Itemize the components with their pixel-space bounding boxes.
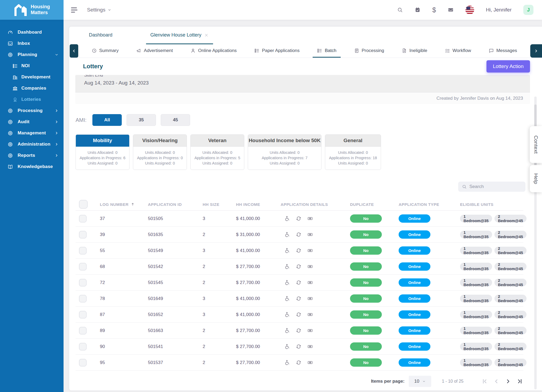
tab-batch[interactable]: Batch bbox=[313, 44, 340, 58]
tab-glenview-house-lottery[interactable]: Glenview House Lottery bbox=[146, 27, 213, 44]
row-checkbox[interactable] bbox=[79, 247, 87, 254]
sidebar-item-audit[interactable]: Audit bbox=[0, 116, 64, 127]
next-page-button[interactable] bbox=[505, 378, 512, 385]
sync-icon[interactable] bbox=[296, 264, 301, 269]
select-all-checkbox[interactable] bbox=[79, 200, 88, 209]
column-header-application-id[interactable]: APPLICATION ID bbox=[144, 202, 199, 207]
wheelchair-icon[interactable] bbox=[284, 280, 290, 285]
category-card-header[interactable]: Veteran bbox=[191, 135, 244, 147]
ami-option-all[interactable]: All bbox=[92, 114, 122, 126]
tab-dashboard[interactable]: Dashboard bbox=[85, 27, 117, 44]
row-checkbox[interactable] bbox=[79, 231, 87, 238]
wheelchair-icon[interactable] bbox=[284, 296, 290, 301]
banknote-icon[interactable] bbox=[307, 344, 313, 349]
wheelchair-icon[interactable] bbox=[284, 344, 290, 349]
banknote-icon[interactable] bbox=[307, 296, 313, 301]
category-card-header[interactable]: Mobility bbox=[76, 135, 129, 147]
row-checkbox[interactable] bbox=[79, 295, 87, 302]
sidebar-item-development[interactable]: Development bbox=[0, 71, 64, 83]
settings-menu[interactable]: Settings bbox=[87, 7, 112, 13]
avatar[interactable]: J bbox=[523, 5, 533, 15]
scroll-tabs-right-button[interactable] bbox=[530, 44, 542, 58]
banknote-icon[interactable] bbox=[307, 232, 313, 237]
banknote-icon[interactable] bbox=[307, 328, 313, 333]
help-side-tab[interactable]: Help bbox=[530, 165, 542, 192]
banknote-icon[interactable] bbox=[307, 248, 313, 253]
sidebar-item-processing[interactable]: Processing bbox=[0, 105, 64, 116]
dollar-icon[interactable]: $ bbox=[432, 7, 436, 13]
sync-icon[interactable] bbox=[296, 216, 301, 221]
row-checkbox[interactable] bbox=[79, 263, 87, 270]
banknote-icon[interactable] bbox=[307, 280, 313, 285]
tab-advertisement[interactable]: Advertisement bbox=[132, 44, 177, 58]
close-tab-icon[interactable] bbox=[204, 33, 209, 38]
row-checkbox[interactable] bbox=[79, 327, 87, 334]
row-checkbox[interactable] bbox=[79, 343, 87, 350]
wheelchair-icon[interactable] bbox=[284, 328, 290, 333]
column-header-eligible-units[interactable]: ELIGIBLE UNITS bbox=[457, 202, 523, 207]
wheelchair-icon[interactable] bbox=[284, 248, 290, 253]
us-flag-icon[interactable] bbox=[465, 6, 474, 14]
sync-icon[interactable] bbox=[296, 344, 301, 349]
context-side-tab[interactable]: Context bbox=[530, 126, 542, 163]
ami-option-35[interactable]: 35 bbox=[127, 114, 156, 126]
sidebar-item-dashboard[interactable]: Dashboard bbox=[0, 27, 64, 38]
brand-logo[interactable]: Housing Matters bbox=[0, 0, 64, 20]
row-checkbox[interactable] bbox=[79, 359, 87, 366]
sidebar-item-knowledgebase[interactable]: Knowledgebase bbox=[0, 161, 64, 172]
scroll-tabs-left-button[interactable] bbox=[70, 44, 78, 58]
tab-ineligible[interactable]: Ineligible bbox=[397, 44, 431, 58]
banknote-icon[interactable] bbox=[307, 264, 313, 269]
column-header-log-number[interactable]: LOG NUMBER bbox=[96, 202, 144, 207]
tab-summary[interactable]: Summary bbox=[87, 44, 123, 58]
menu-icon[interactable] bbox=[71, 7, 77, 13]
page-size-select[interactable]: 10 bbox=[409, 376, 431, 387]
category-card-header[interactable]: Vision/Hearing bbox=[133, 135, 187, 147]
tab-online-applications[interactable]: Online Applications bbox=[186, 44, 241, 58]
last-page-button[interactable] bbox=[516, 378, 523, 385]
category-card-header[interactable]: Household Income below 50K bbox=[248, 135, 321, 147]
ami-option-45[interactable]: 45 bbox=[161, 114, 190, 126]
sidebar-item-lotteries[interactable]: Lotteries bbox=[0, 94, 64, 105]
sidebar-item-management[interactable]: Management bbox=[0, 127, 64, 139]
row-checkbox[interactable] bbox=[79, 215, 87, 222]
sidebar-item-planning[interactable]: Planning bbox=[0, 49, 64, 60]
sidebar-item-inbox[interactable]: Inbox bbox=[0, 38, 64, 49]
sync-icon[interactable] bbox=[296, 296, 301, 301]
column-header-duplicate[interactable]: DUPLICATE bbox=[347, 202, 395, 207]
column-header-hh-income[interactable]: HH INCOME bbox=[233, 202, 277, 207]
tab-messages[interactable]: Messages bbox=[484, 44, 521, 58]
sidebar-item-administration[interactable]: Administration bbox=[0, 139, 64, 150]
sync-icon[interactable] bbox=[296, 312, 301, 317]
tab-workflow[interactable]: Workflow bbox=[441, 44, 476, 58]
tab-paper-applications[interactable]: Paper Applications bbox=[250, 44, 304, 58]
sync-icon[interactable] bbox=[296, 280, 301, 285]
banknote-icon[interactable] bbox=[307, 360, 313, 365]
wheelchair-icon[interactable] bbox=[284, 216, 290, 221]
lottery-action-button[interactable]: Lottery Action bbox=[486, 60, 530, 73]
search-icon[interactable] bbox=[397, 7, 403, 13]
sync-icon[interactable] bbox=[296, 248, 301, 253]
sync-icon[interactable] bbox=[296, 328, 301, 333]
first-page-button[interactable] bbox=[481, 378, 488, 385]
sidebar-item-companies[interactable]: Companies bbox=[0, 83, 64, 94]
wheelchair-icon[interactable] bbox=[284, 360, 290, 365]
table-search-input[interactable]: Search bbox=[458, 182, 525, 192]
column-header-application-details[interactable]: APPLICATION DETAILS bbox=[277, 202, 347, 207]
sync-icon[interactable] bbox=[296, 232, 301, 237]
tab-processing[interactable]: Processing bbox=[350, 44, 388, 58]
column-header-hh-size[interactable]: HH SIZE bbox=[199, 202, 233, 207]
calendar-icon[interactable] bbox=[415, 7, 421, 13]
category-card-header[interactable]: General bbox=[325, 135, 381, 147]
inbox-tray-icon[interactable] bbox=[448, 7, 454, 13]
wheelchair-icon[interactable] bbox=[284, 312, 290, 317]
sidebar-item-noi[interactable]: NOI bbox=[0, 60, 64, 71]
wheelchair-icon[interactable] bbox=[284, 264, 290, 269]
column-header-application-type[interactable]: APPLICATION TYPE bbox=[395, 202, 457, 207]
sidebar-item-reports[interactable]: Reports bbox=[0, 150, 64, 161]
previous-page-button[interactable] bbox=[493, 378, 500, 385]
sync-icon[interactable] bbox=[296, 360, 301, 365]
wheelchair-icon[interactable] bbox=[284, 232, 290, 237]
row-checkbox[interactable] bbox=[79, 279, 87, 286]
banknote-icon[interactable] bbox=[307, 216, 313, 221]
